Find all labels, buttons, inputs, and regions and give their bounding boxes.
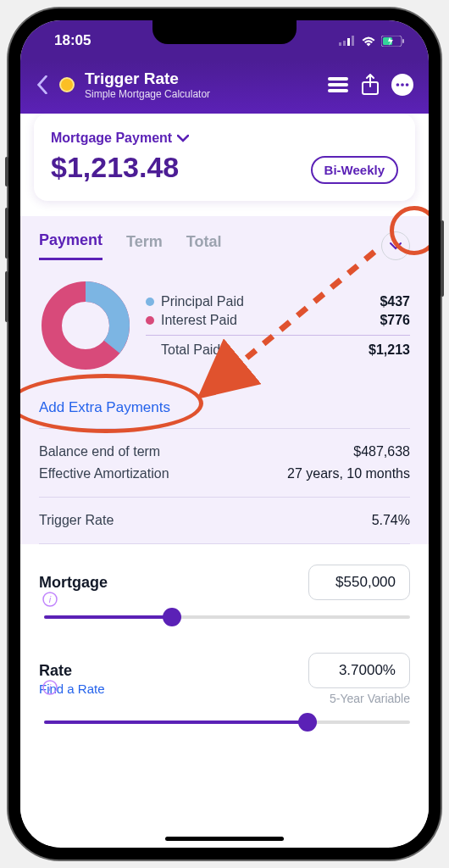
status-icons xyxy=(339,36,405,47)
chevron-down-icon xyxy=(390,242,402,250)
page-title: Trigger Rate xyxy=(85,70,317,88)
device-notch xyxy=(152,20,297,44)
tab-total[interactable]: Total xyxy=(186,233,222,259)
rate-input-block: Rate Find a Rate 3.7000% 5-Year Variable… xyxy=(20,627,429,732)
slider-thumb[interactable] xyxy=(163,608,181,626)
svg-rect-0 xyxy=(339,42,341,46)
svg-point-13 xyxy=(401,83,404,86)
amortization-label: Effective Amortization xyxy=(39,466,169,481)
payment-summary-card: Mortgage Payment $1,213.48 Bi-Weekly xyxy=(34,114,415,201)
legend-interest-value: $776 xyxy=(380,313,410,328)
svg-point-14 xyxy=(406,83,409,86)
svg-rect-1 xyxy=(343,41,346,46)
info-icon[interactable]: i xyxy=(42,680,58,695)
more-icon[interactable] xyxy=(391,73,413,97)
legend-dot-interest xyxy=(146,316,154,325)
amortization-value: 27 years, 10 months xyxy=(287,466,410,481)
rate-label: Rate xyxy=(39,662,105,680)
rate-slider[interactable] xyxy=(44,721,410,724)
add-extra-payments-link[interactable]: Add Extra Payments xyxy=(39,399,170,416)
svg-point-12 xyxy=(396,83,400,86)
signal-icon xyxy=(339,36,356,46)
chevron-down-icon xyxy=(177,134,189,142)
frequency-pill[interactable]: Bi-Weekly xyxy=(311,156,398,184)
legend-principal-label: Principal Paid xyxy=(161,294,244,309)
svg-rect-3 xyxy=(352,36,354,46)
share-icon[interactable] xyxy=(359,74,381,96)
balance-label: Balance end of term xyxy=(39,444,160,459)
app-badge-icon xyxy=(59,77,75,92)
svg-rect-2 xyxy=(347,38,350,46)
mortgage-label: Mortgage xyxy=(39,574,108,592)
details-panel: Payment Term Total xyxy=(20,216,429,544)
svg-text:i: i xyxy=(49,594,52,604)
info-icon[interactable]: i xyxy=(42,592,58,607)
payment-amount: $1,213.48 xyxy=(51,151,189,184)
back-icon[interactable] xyxy=(36,75,49,94)
payment-donut-chart xyxy=(39,279,132,372)
mortgage-input-block: Mortgage $550,000 i xyxy=(20,544,429,627)
phone-screen: 18:05 Trigger Rate Simple Mortgage Calcu… xyxy=(20,20,429,848)
mortgage-value-input[interactable]: $550,000 xyxy=(308,565,410,600)
trigger-rate-value: 5.74% xyxy=(372,513,410,528)
legend-interest-label: Interest Paid xyxy=(161,313,237,327)
legend-dot-principal xyxy=(146,298,154,306)
tab-payment[interactable]: Payment xyxy=(39,231,103,260)
svg-rect-7 xyxy=(328,77,348,81)
wifi-icon xyxy=(361,36,376,47)
svg-rect-6 xyxy=(402,39,404,43)
mortgage-slider[interactable] xyxy=(44,615,410,619)
home-indicator[interactable] xyxy=(165,837,284,841)
status-time: 18:05 xyxy=(54,32,91,49)
legend-principal-value: $437 xyxy=(380,294,410,309)
legend-total-value: $1,213 xyxy=(369,342,410,358)
expand-button[interactable] xyxy=(381,231,410,260)
trigger-rate-label: Trigger Rate xyxy=(39,513,114,528)
battery-icon xyxy=(381,36,405,47)
phone-frame: 18:05 Trigger Rate Simple Mortgage Calcu… xyxy=(8,8,441,860)
menu-icon[interactable] xyxy=(327,76,349,93)
svg-rect-8 xyxy=(328,83,348,86)
balance-value: $487,638 xyxy=(353,444,410,459)
svg-rect-9 xyxy=(328,89,348,92)
rate-value-input[interactable]: 3.7000% xyxy=(308,653,410,688)
legend-total-label: Total Paid xyxy=(146,342,220,358)
page-subtitle: Simple Mortgage Calculator xyxy=(85,88,317,100)
rate-type-label: 5-Year Variable xyxy=(308,692,410,705)
svg-text:i: i xyxy=(49,682,52,693)
slider-thumb[interactable] xyxy=(298,713,317,732)
app-header: Trigger Rate Simple Mortgage Calculator xyxy=(20,61,429,114)
payment-label-dropdown[interactable]: Mortgage Payment xyxy=(51,131,189,146)
tab-term[interactable]: Term xyxy=(126,233,163,259)
